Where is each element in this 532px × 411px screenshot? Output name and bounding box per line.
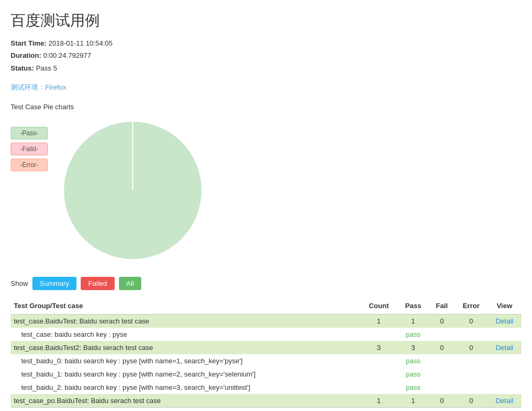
table-row: test_case: baidu search key : pyse pass (11, 328, 521, 341)
child-view (487, 381, 521, 394)
child-count (361, 354, 398, 368)
table-header-row: Test Group/Test case Count Pass Fail Err… (11, 298, 521, 314)
child-fail (429, 354, 454, 368)
chart-section: Test Case Pie charts -Pass- -Faild- -Err… (11, 103, 521, 266)
env-label: 测试环境： (11, 83, 45, 91)
all-button[interactable]: All (119, 277, 141, 290)
legend-error: -Error- (11, 159, 48, 171)
child-fail (429, 368, 454, 381)
group-view[interactable]: Detail (487, 314, 521, 328)
group-fail: 0 (429, 341, 454, 354)
child-error (455, 381, 488, 394)
show-label: Show (11, 279, 28, 287)
group-pass: 1 (397, 314, 429, 328)
env-info: 测试环境：Firefox (11, 83, 521, 92)
group-fail: 0 (429, 314, 454, 328)
total-fail: 0 (429, 408, 454, 411)
group-name: test_case.BaiduTest: Baidu serach test c… (11, 314, 361, 328)
table-row: test_case.BaiduTest2: Baidu serach test … (11, 341, 521, 354)
col-header-error: Error (455, 298, 488, 314)
show-section: Show Summary Failed All (11, 277, 521, 290)
table-row: test_baidu_0: baidu search key : pyse [w… (11, 354, 521, 368)
total-pass: 5 (397, 408, 429, 411)
group-error: 0 (455, 341, 488, 354)
duration-val: 0:00:24.792977 (43, 51, 91, 59)
child-pass: pass (397, 354, 429, 368)
child-name: test_baidu_2: baidu search key : pyse [w… (11, 381, 361, 394)
total-label: Total (11, 408, 361, 411)
child-error (455, 354, 488, 368)
group-pass: 3 (397, 341, 429, 354)
child-view (487, 354, 521, 368)
group-error: 0 (455, 394, 488, 408)
legend-fail: -Faild- (11, 143, 48, 155)
child-name: test_case: baidu search key : pyse (11, 328, 361, 341)
group-count: 3 (361, 341, 398, 354)
table-row: test_baidu_1: baidu search key : pyse [w… (11, 368, 521, 381)
chart-title: Test Case Pie charts (11, 103, 521, 111)
total-count: 5 (361, 408, 398, 411)
group-view[interactable]: Detail (487, 341, 521, 354)
failed-button[interactable]: Failed (81, 277, 114, 290)
col-header-pass: Pass (397, 298, 429, 314)
col-header-view: View (487, 298, 521, 314)
status-label: Status: (11, 64, 34, 72)
child-count (361, 368, 398, 381)
group-error: 0 (455, 314, 488, 328)
group-name: test_case_po.BaiduTest: Baidu serach tes… (11, 394, 361, 408)
col-header-fail: Fail (429, 298, 454, 314)
table-row: test_baidu_2: baidu search key : pyse [w… (11, 381, 521, 394)
total-error: 0 (455, 408, 488, 411)
child-view (487, 328, 521, 341)
child-pass: pass (397, 368, 429, 381)
summary-button[interactable]: Summary (32, 277, 77, 290)
pie-chart (58, 116, 207, 266)
col-header-name: Test Group/Test case (11, 298, 361, 314)
start-time-label: Start Time: (11, 39, 47, 47)
table-row: test_case.BaiduTest: Baidu serach test c… (11, 314, 521, 328)
legend-pass: -Pass- (11, 127, 48, 139)
child-pass: pass (397, 381, 429, 394)
chart-container: -Pass- -Faild- -Error- (11, 116, 521, 266)
results-table: Test Group/Test case Count Pass Fail Err… (11, 298, 521, 411)
group-pass: 1 (397, 394, 429, 408)
status-val: Pass 5 (36, 64, 57, 72)
chart-legend: -Pass- -Faild- -Error- (11, 127, 48, 171)
group-count: 1 (361, 314, 398, 328)
child-name: test_baidu_1: baidu search key : pyse [w… (11, 368, 361, 381)
child-view (487, 368, 521, 381)
child-fail (429, 328, 454, 341)
group-count: 1 (361, 394, 398, 408)
start-time-val: 2018-01-11 10:54:05 (48, 39, 113, 47)
child-fail (429, 381, 454, 394)
total-row: Total 5 5 0 0 (11, 408, 521, 411)
child-error (455, 328, 488, 341)
table-row: test_case_po.BaiduTest: Baidu serach tes… (11, 394, 521, 408)
child-name: test_baidu_0: baidu search key : pyse [w… (11, 354, 361, 368)
group-name: test_case.BaiduTest2: Baidu serach test … (11, 341, 361, 354)
total-view (487, 408, 521, 411)
env-value: Firefox (45, 83, 66, 91)
group-fail: 0 (429, 394, 454, 408)
child-pass: pass (397, 328, 429, 341)
meta-info: Start Time: 2018-01-11 10:54:05 Duration… (11, 37, 521, 74)
page-title: 百度测试用例 (11, 11, 521, 31)
duration-label: Duration: (11, 51, 41, 59)
child-count (361, 381, 398, 394)
group-view[interactable]: Detail (487, 394, 521, 408)
col-header-count: Count (361, 298, 398, 314)
child-error (455, 368, 488, 381)
child-count (361, 328, 398, 341)
